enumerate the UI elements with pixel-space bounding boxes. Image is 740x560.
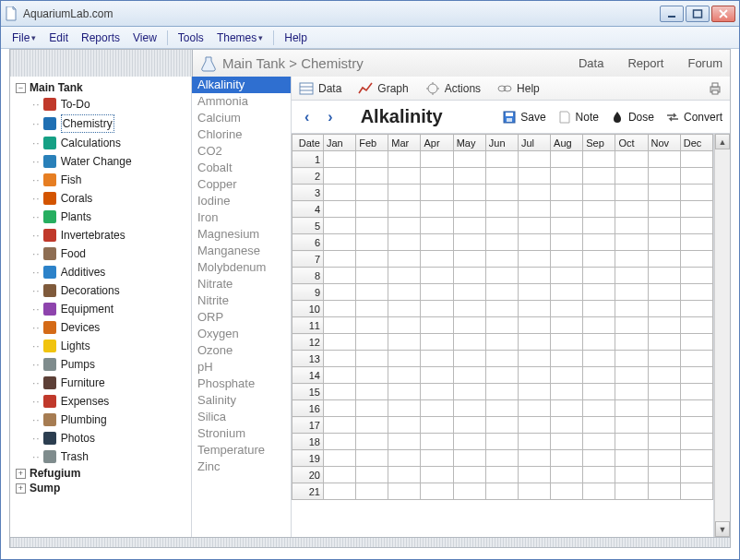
cell[interactable] (324, 434, 356, 450)
cell[interactable] (388, 434, 421, 450)
param-item[interactable]: Phosphate (192, 375, 291, 392)
cell[interactable] (615, 185, 648, 201)
cell[interactable] (648, 467, 680, 483)
cell[interactable] (356, 317, 388, 334)
cell[interactable] (388, 301, 421, 317)
cell[interactable] (388, 334, 421, 351)
cell[interactable] (680, 400, 712, 417)
sidebar-item[interactable]: ··Devices (12, 318, 191, 337)
column-header[interactable]: May (453, 135, 485, 151)
cell[interactable] (485, 334, 518, 351)
cell[interactable] (615, 151, 648, 168)
row-header[interactable]: 11 (292, 317, 324, 334)
cell[interactable] (356, 151, 388, 168)
cell[interactable] (583, 251, 615, 268)
cell[interactable] (615, 251, 648, 268)
param-item[interactable]: Alkalinity (192, 77, 291, 93)
table-row[interactable]: 20 (292, 467, 713, 483)
cell[interactable] (421, 467, 453, 483)
cell[interactable] (324, 251, 356, 268)
menu-file[interactable]: File▾ (6, 30, 42, 46)
cell[interactable] (648, 218, 680, 234)
param-item[interactable]: Ammonia (192, 93, 291, 110)
cell[interactable] (388, 317, 421, 334)
cell[interactable] (356, 301, 388, 317)
cell[interactable] (518, 450, 550, 467)
cell[interactable] (356, 234, 388, 251)
param-item[interactable]: Silica (192, 409, 291, 425)
cell[interactable] (551, 367, 583, 384)
cell[interactable] (485, 151, 518, 168)
sidebar-item[interactable]: ··Plumbing (12, 411, 191, 429)
table-row[interactable]: 17 (292, 417, 713, 434)
cell[interactable] (453, 218, 485, 234)
cell[interactable] (648, 384, 680, 400)
scroll-down-button[interactable]: ▼ (715, 521, 730, 537)
table-row[interactable]: 12 (292, 334, 713, 351)
cell[interactable] (485, 185, 518, 201)
table-row[interactable]: 10 (292, 301, 713, 317)
cell[interactable] (453, 317, 485, 334)
cell[interactable] (356, 434, 388, 450)
cell[interactable] (615, 400, 648, 417)
cell[interactable] (324, 268, 356, 284)
cell[interactable] (421, 251, 453, 268)
cell[interactable] (356, 483, 388, 500)
cell[interactable] (551, 483, 583, 500)
cell[interactable] (648, 234, 680, 251)
cell[interactable] (648, 201, 680, 218)
cell[interactable] (388, 417, 421, 434)
header-link-data[interactable]: Data (579, 56, 603, 70)
cell[interactable] (388, 168, 421, 185)
cell[interactable] (324, 168, 356, 185)
cell[interactable] (388, 284, 421, 301)
cell[interactable] (648, 251, 680, 268)
table-row[interactable]: 21 (292, 483, 713, 500)
cell[interactable] (453, 400, 485, 417)
cell[interactable] (648, 450, 680, 467)
cell[interactable] (453, 450, 485, 467)
table-row[interactable]: 5 (292, 218, 713, 234)
column-header[interactable]: Date (292, 135, 324, 151)
toolbar-graph[interactable]: Graph (358, 81, 408, 96)
cell[interactable] (356, 185, 388, 201)
cell[interactable] (518, 168, 550, 185)
table-row[interactable]: 2 (292, 168, 713, 185)
column-header[interactable]: Mar (388, 135, 421, 151)
table-row[interactable]: 15 (292, 384, 713, 400)
param-item[interactable]: Calcium (192, 110, 291, 126)
row-header[interactable]: 4 (292, 201, 324, 218)
cell[interactable] (485, 483, 518, 500)
cell[interactable] (551, 351, 583, 367)
param-item[interactable]: ORP (192, 309, 291, 326)
cell[interactable] (615, 268, 648, 284)
cell[interactable] (648, 334, 680, 351)
cell[interactable] (324, 367, 356, 384)
cell[interactable] (356, 367, 388, 384)
header-link-report[interactable]: Report (627, 56, 663, 70)
sidebar-item[interactable]: ··Trash (12, 447, 191, 466)
cell[interactable] (615, 367, 648, 384)
cell[interactable] (518, 334, 550, 351)
cell[interactable] (388, 201, 421, 218)
cell[interactable] (615, 483, 648, 500)
cell[interactable] (518, 367, 550, 384)
cell[interactable] (324, 185, 356, 201)
cell[interactable] (615, 284, 648, 301)
cell[interactable] (485, 467, 518, 483)
cell[interactable] (680, 367, 712, 384)
column-header[interactable]: Oct (615, 135, 648, 151)
row-header[interactable]: 19 (292, 450, 324, 467)
sidebar-item[interactable]: ··Furniture (12, 374, 191, 392)
sidebar-item[interactable]: ··Water Change (12, 152, 191, 171)
cell[interactable] (421, 185, 453, 201)
sidebar-item[interactable]: ··Equipment (12, 300, 191, 318)
cell[interactable] (421, 417, 453, 434)
cell[interactable] (485, 168, 518, 185)
cell[interactable] (388, 268, 421, 284)
cell[interactable] (453, 168, 485, 185)
cell[interactable] (485, 384, 518, 400)
cell[interactable] (453, 384, 485, 400)
cell[interactable] (324, 467, 356, 483)
cell[interactable] (648, 434, 680, 450)
